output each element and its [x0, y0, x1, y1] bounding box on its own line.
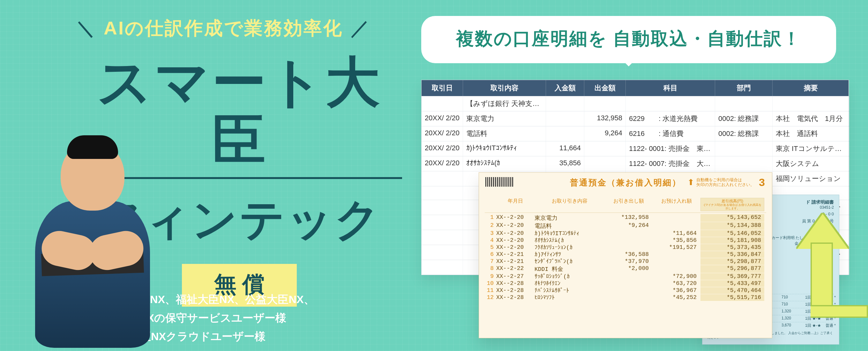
passbook-row: 7XX--2-21ｾﾝﾀﾞｲﾌﾞﾂﾊﾟﾝ(ｶ*37,970*5,298,877	[485, 258, 766, 265]
pb-cell-balance: *5,296,877	[701, 265, 764, 273]
credit-statement-addr: 0 - 0 0	[822, 212, 834, 216]
table-row: 【みずほ銀行 天神支店 1111111】	[422, 96, 848, 111]
cell-account: 6229 : 水道光熱費	[626, 111, 715, 126]
passbook-note-line: 自動機をご利用の場合は	[696, 178, 754, 183]
cell-summary	[773, 96, 849, 111]
pb-cell-desc: ｶ)ｱｲﾃｨﾝｻﾂ	[534, 251, 605, 258]
cell-deposit	[546, 111, 584, 126]
cell-content: 電話料	[463, 126, 546, 141]
speech-bubble: 複数の口座明細を 自動取込・自動仕訳！	[421, 16, 836, 63]
cell-dept	[715, 96, 773, 111]
cell-date: 20XX/ 2/20	[422, 156, 463, 171]
pb-cell-withdraw: *132,958	[605, 214, 653, 222]
slash-right: ／	[343, 18, 378, 38]
col-date: 取引日	[422, 80, 463, 96]
bs-cell: 普通 *	[826, 316, 845, 321]
pb-cell-balance: *5,369,777	[701, 273, 764, 280]
passbook-row: 8XX--2-22KDDI 料金*2,000*5,296,877	[485, 265, 766, 273]
pb-cell-withdraw	[605, 294, 653, 301]
pb-cell-deposit: *35,856	[653, 237, 701, 244]
speech-bubble-text: 複数の口座明細を 自動取込・自動仕訳！	[428, 27, 830, 51]
cell-account: 6216 : 通信費	[626, 126, 715, 141]
bs-cell: 1,320	[781, 309, 804, 314]
pb-cell-deposit	[653, 258, 701, 265]
pb-cell-deposit: *11,664	[653, 230, 701, 237]
passbook-row: 3XX--2-20ｶ)ﾄｳｷｮｳITｺﾝｻﾙﾃｨ*11,664*5,146,05…	[485, 230, 766, 237]
pb-cell-withdraw: *37,970	[605, 258, 653, 265]
pb-cell-idx: 3	[485, 230, 496, 237]
bs-cell: 1回 ★-★	[805, 323, 824, 328]
pb-cell-date: XX--2-22	[496, 265, 534, 273]
bs-cell: 普通 *	[826, 295, 845, 300]
passbook-row: 10XX--2-28ｵｷﾅﾜﾎｲｸｴﾝ*63,720*5,433,497	[485, 280, 766, 287]
pb-cell-deposit	[653, 251, 701, 258]
pb-cell-deposit	[653, 214, 701, 222]
pb-cell-withdraw	[605, 237, 653, 244]
pb-cell-date: XX--2-27	[496, 273, 534, 280]
pb-cell-deposit: *36,967	[653, 287, 701, 294]
passbook-row: 4XX--2-20ｵｵｻｶｼｽﾃﾑ(ｶ*35,856*5,181,908	[485, 237, 766, 244]
col-account: 科目	[626, 80, 715, 96]
bs-cell: 普通 *	[826, 309, 845, 314]
cell-date	[422, 186, 463, 200]
pb-cell-date: XX--2-20	[496, 237, 534, 244]
pb-cell-idx: 11	[485, 287, 496, 294]
cell-date	[422, 171, 463, 186]
pb-cell-withdraw: *36,588	[605, 251, 653, 258]
cell-summary: 本社 電気代 1月分	[773, 111, 849, 126]
pb-cell-balance: *5,470,464	[701, 287, 764, 294]
pb-cell-date: XX--2-21	[496, 251, 534, 258]
pb-cell-withdraw	[605, 230, 653, 237]
pb-cell-desc: KDDI 料金	[534, 265, 605, 273]
pb-cell-deposit	[653, 222, 701, 230]
cell-summary: 大阪システム	[773, 156, 849, 171]
col-summary: 摘要	[773, 80, 849, 96]
pb-cell-idx: 7	[485, 258, 496, 265]
pb-cell-idx: 5	[485, 244, 496, 251]
passbook-row: 6XX--2-21ｶ)ｱｲﾃｨﾝｻﾂ*36,588*5,336,847	[485, 251, 766, 258]
mascot-illustration	[22, 137, 163, 348]
pb-cell-idx: 10	[485, 280, 496, 287]
cell-withdraw: 9,264	[584, 126, 626, 141]
tagline: ＼AIの仕訳作成で業務効率化／	[45, 16, 402, 41]
table-row: 20XX/ 2/20電話料9,2646216 : 通信費0002: 総務課本社 …	[422, 126, 848, 141]
table-row: 20XX/ 2/20ｶ)ﾄｳｷｮｳITｺﾝｻﾙﾃｨ11,6641122- 000…	[422, 141, 848, 156]
cell-dept	[715, 156, 773, 171]
bs-cell: 1,320	[781, 316, 804, 321]
cell-date: 20XX/ 2/20	[422, 141, 463, 156]
col-deposit: 入金額	[546, 80, 584, 96]
bs-cell: 3,670	[781, 323, 804, 328]
pb-cell-desc: ｾﾝﾀﾞｲﾌﾞﾂﾊﾟﾝ(ｶ	[534, 258, 605, 265]
cell-summary: 福岡ソリューション	[773, 171, 849, 186]
slash-left: ＼	[69, 18, 104, 38]
bs-cell: 普通 *	[826, 323, 845, 328]
pb-cell-date: XX--2-28	[496, 294, 534, 301]
passbook-row: 9XX--2-27ｻｯﾎﾟﾛｼｮｳｼﾞ(ｶ*72,900*5,369,777	[485, 273, 766, 280]
pb-col-date: 年月日	[496, 198, 534, 211]
cell-dept: 0002: 総務課	[715, 111, 773, 126]
passbook-header-row: 年月日 お取り引き内容 お引き出し額 お預け入れ額 差引残高(円) -(マイナス…	[485, 197, 766, 213]
cell-deposit: 35,856	[546, 156, 584, 171]
cell-withdraw	[584, 141, 626, 156]
pb-cell-desc: 東京電力	[534, 214, 605, 222]
pb-cell-balance: *5,143,652	[701, 214, 764, 222]
cell-date	[422, 200, 463, 215]
pb-cell-idx: 9	[485, 273, 496, 280]
cell-content: ｵｵｻｶｼｽﾃﾑ(ｶ	[463, 156, 546, 171]
pb-cell-idx: 6	[485, 251, 496, 258]
arrow-up-icon: ⬆	[687, 178, 694, 187]
cell-withdraw: 132,958	[584, 111, 626, 126]
pb-col-balance: 差引残高(円) -(マイナス印)がある場合は お借り入れ残高を示します。	[701, 198, 764, 211]
pb-cell-balance: *5,134,388	[701, 222, 764, 230]
pb-cell-deposit: *45,252	[653, 294, 701, 301]
cell-date	[422, 215, 463, 230]
credit-statement-number: 員 第 0 0 0 0 0 号	[802, 218, 834, 224]
pb-cell-idx: 12	[485, 294, 496, 301]
pb-cell-balance: *5,515,716	[701, 294, 764, 301]
hero-banner: ＼AIの仕訳作成で業務効率化／ スマート大臣 フィンテック 無償 ※大蔵大臣NX…	[0, 0, 868, 351]
bs-cell: 1回 ★一括	[805, 302, 824, 307]
pb-cell-desc: ｵｷﾅﾜﾎｲｸｴﾝ	[534, 280, 605, 287]
passbook-insert-note: ⬆ 自動機をご利用の場合は 矢印の方向にお入れください。 3	[687, 176, 765, 189]
passbook-note-line: 矢印の方向にお入れください。	[696, 182, 754, 187]
cell-withdraw	[584, 156, 626, 171]
